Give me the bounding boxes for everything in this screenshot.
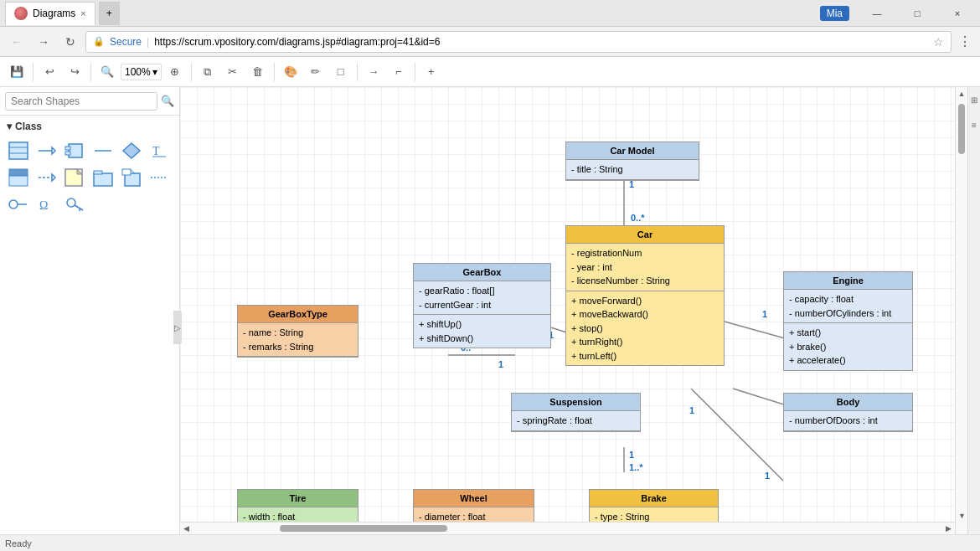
section-label: Class <box>15 121 42 132</box>
wheel-header: Wheel <box>414 490 534 507</box>
svg-rect-6 <box>65 147 70 150</box>
scroll-left-arrow[interactable]: ◀ <box>180 523 193 535</box>
forward-button[interactable]: → <box>32 30 55 54</box>
engine-methods-body: + start() + brake() + accelerate() <box>784 323 912 370</box>
save-button[interactable]: 💾 <box>5 60 28 84</box>
refresh-button[interactable]: ↻ <box>59 30 82 54</box>
car-methods-body: + moveForward() + moveBackward() + stop(… <box>566 291 724 366</box>
car-header: Car <box>566 226 724 244</box>
maximize-button[interactable]: □ <box>898 0 936 27</box>
redo-button[interactable]: ↪ <box>63 60 86 84</box>
extensions-button[interactable]: ⋮ <box>955 33 975 49</box>
engine-class[interactable]: Engine - capacity : float - numberOfCyli… <box>783 271 913 371</box>
collapse-icon: ▾ <box>7 121 12 132</box>
car-model-class[interactable]: Car Model - title : String <box>565 142 699 181</box>
connector-button[interactable]: ⌐ <box>387 60 410 84</box>
tire-header: Tire <box>238 490 358 507</box>
scroll-thumb-horizontal[interactable] <box>280 525 447 532</box>
car-model-header: Car Model <box>566 142 699 160</box>
car-attr-body: - registrationNum - year : int - license… <box>566 244 724 291</box>
car-class[interactable]: Car - registrationNum - year : int - lic… <box>565 225 725 366</box>
gearboxtype-header: GearBoxType <box>238 306 358 323</box>
shape-lollipop[interactable] <box>7 193 30 216</box>
body-class[interactable]: Body - numberOfDoors : int <box>783 393 913 432</box>
gearboxtype-class[interactable]: GearBoxType - name : String - remarks : … <box>237 305 358 358</box>
user-label: Mia <box>820 6 849 21</box>
browser-tab[interactable]: Diagrams × <box>5 2 95 25</box>
class-section-header[interactable]: ▾ Class <box>0 116 179 136</box>
shape-folder-2[interactable] <box>120 166 143 189</box>
shape-dots[interactable] <box>147 166 171 189</box>
url-text: https://scrum.vpository.com/diagrams.jsp… <box>154 36 930 48</box>
minimize-button[interactable]: — <box>858 0 896 27</box>
main-layout: 🔍 ▾ Class T <box>0 87 980 534</box>
zoom-fit-button[interactable]: ⊕ <box>163 60 187 84</box>
svg-text:1..*: 1..* <box>629 462 643 472</box>
more-button[interactable]: + <box>420 60 443 84</box>
svg-rect-19 <box>94 171 102 174</box>
svg-text:1: 1 <box>689 405 694 415</box>
tab-close-button[interactable]: × <box>80 8 85 18</box>
uml-diagram: 0..* 1 0..* 1 0..* 1 1 1 1 1 <box>214 95 967 534</box>
suspension-attr-body: - springRate : float <box>512 411 640 431</box>
scrollbar-bottom[interactable]: ◀ ▶ <box>180 522 955 534</box>
search-icon[interactable]: 🔍 <box>161 95 174 107</box>
canvas-area[interactable]: 0..* 1 0..* 1 0..* 1 1 1 1 1 <box>180 87 967 534</box>
svg-text:1: 1 <box>765 471 770 481</box>
scroll-down-arrow[interactable]: ▼ <box>956 509 967 522</box>
scroll-thumb-vertical[interactable] <box>958 104 965 154</box>
undo-button[interactable]: ↩ <box>38 60 61 84</box>
shape-component[interactable] <box>63 139 86 162</box>
shape-folder[interactable] <box>91 166 115 189</box>
search-input[interactable] <box>5 92 157 111</box>
right-panel: ⊞ ≡ <box>967 87 980 534</box>
panel-toggle-2[interactable]: ≡ <box>968 112 980 137</box>
tab-favicon <box>14 7 28 20</box>
delete-button[interactable]: 🗑 <box>246 60 270 84</box>
svg-rect-5 <box>69 144 82 157</box>
engine-attr-body: - capacity : float - numberOfCylinders :… <box>784 290 912 323</box>
line-button[interactable]: ✏ <box>304 60 328 84</box>
zoom-control[interactable]: 100% ▾ <box>121 64 162 80</box>
shape-class-2[interactable] <box>7 166 30 189</box>
suspension-class[interactable]: Suspension - springRate : float <box>511 393 641 432</box>
bookmark-icon[interactable]: ☆ <box>933 35 944 49</box>
shape-dotted-arrow[interactable] <box>35 166 59 189</box>
sidebar-toggle[interactable]: ▷ <box>173 311 182 344</box>
car-model-attr-0: - title : String <box>571 162 694 177</box>
zoom-in-button[interactable]: 🔍 <box>95 60 119 84</box>
close-button[interactable]: × <box>938 0 977 27</box>
back-button[interactable]: ← <box>5 30 28 54</box>
scrollbar-right[interactable]: ▲ ▼ <box>955 87 967 534</box>
shape-button[interactable]: □ <box>329 60 353 84</box>
scroll-right-arrow[interactable]: ▶ <box>942 523 955 535</box>
nav-bar: ← → ↻ 🔒 Secure | https://scrum.vpository… <box>0 27 980 57</box>
shape-extend-arrow[interactable] <box>35 139 59 162</box>
title-bar: Diagrams × + Mia — □ × <box>0 0 980 27</box>
shape-class[interactable] <box>7 139 30 162</box>
svg-text:Ω: Ω <box>39 199 48 212</box>
svg-text:1: 1 <box>762 309 767 319</box>
shape-key[interactable] <box>63 193 86 216</box>
shape-grid: T Ω <box>0 136 179 219</box>
fill-button[interactable]: 🎨 <box>279 60 302 84</box>
title-bar-right: Mia — □ × <box>820 0 980 27</box>
gearbox-class[interactable]: GearBox - gearRatio : float[] - currentG… <box>413 263 551 348</box>
svg-rect-0 <box>9 142 28 159</box>
shape-note[interactable] <box>63 166 86 189</box>
shape-omega[interactable]: Ω <box>35 193 59 216</box>
shape-diamond[interactable] <box>120 139 143 162</box>
shape-text[interactable]: T <box>147 139 171 162</box>
svg-marker-4 <box>52 147 55 154</box>
scroll-up-arrow[interactable]: ▲ <box>956 87 967 100</box>
cut-button[interactable]: ✂ <box>221 60 245 84</box>
address-bar[interactable]: 🔒 Secure | https://scrum.vpository.com/d… <box>85 31 952 53</box>
toolbar: 💾 ↩ ↪ 🔍 100% ▾ ⊕ ⧉ ✂ 🗑 🎨 ✏ □ → ⌐ + <box>0 57 980 87</box>
copy-button[interactable]: ⧉ <box>196 60 219 84</box>
zoom-value: 100% <box>125 66 151 78</box>
sidebar: 🔍 ▾ Class T <box>0 87 180 534</box>
panel-toggle-1[interactable]: ⊞ <box>968 87 980 112</box>
shape-line[interactable] <box>91 139 115 162</box>
arrow-button[interactable]: → <box>362 60 385 84</box>
new-tab-button[interactable]: + <box>99 2 120 25</box>
